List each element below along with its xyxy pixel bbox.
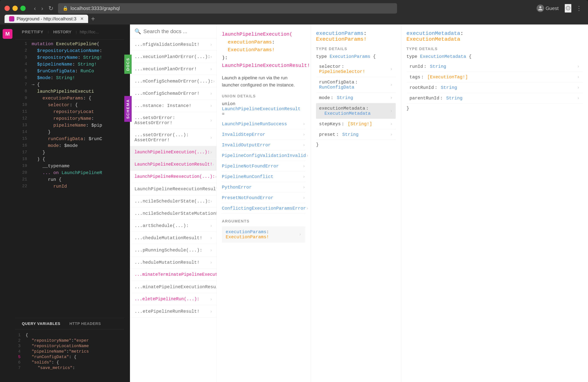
docs-sidetab[interactable]: DOCS (124, 55, 132, 74)
query-panel: PRETTIFY | HISTORY | http://loc... 1 mut… (15, 24, 124, 382)
type-field[interactable]: runConfigData: RunConfigData › (316, 77, 396, 93)
mutation-item[interactable]: ...eletePipelineRun(...): › (130, 293, 216, 305)
union-member[interactable]: LaunchPipelineRunSuccess › (222, 119, 305, 129)
launch-pipeline-result-item[interactable]: LaunchPipelineExecutionResult! › (130, 158, 216, 171)
arguments-header: ARGUMENTS (222, 219, 305, 223)
type-field[interactable]: preset: String › (316, 129, 396, 140)
type-details-header-col3: TYPE DETAILS (316, 47, 396, 51)
new-tab-button[interactable]: + (91, 15, 95, 23)
union-member[interactable]: PipelineNotFoundError › (222, 161, 305, 171)
mutation-item[interactable]: ...pRunningSchedule(...): › (130, 244, 216, 256)
http-headers-tab[interactable]: HTTP HEADERS (66, 320, 104, 327)
type-def-col4: type ExecutionMetadata { (406, 54, 583, 59)
search-icon: 🔍 (134, 28, 141, 35)
menu-button[interactable]: ⋮ (574, 4, 584, 13)
mutation-item[interactable]: ...etePipelineRunResult! › (130, 305, 216, 318)
code-line: 18 ) { (15, 156, 124, 163)
mutation-item[interactable]: ...cheduleMutationResult! › (130, 232, 216, 244)
maximize-button[interactable] (20, 6, 26, 11)
reload-button[interactable]: ↻ (47, 4, 55, 13)
code-line: 15 runConfigData: $runC (15, 136, 124, 143)
union-member[interactable]: InvalidOutputError › (222, 140, 305, 150)
minimize-button[interactable] (12, 6, 18, 11)
forward-button[interactable]: › (40, 4, 45, 13)
mutation-item[interactable]: ...nConfigSchemaOrError(...): › (130, 75, 216, 87)
code-line: 16 mode: $mode (15, 143, 124, 149)
union-member[interactable]: PresetNotFoundError › (222, 193, 305, 203)
sig-type: ExecutionParams! (228, 47, 275, 53)
tab-close-icon[interactable]: ✕ (80, 16, 84, 21)
code-line: 6 $mode: String! (15, 75, 124, 82)
col3-header: executionParams: ExecutionParams! (316, 30, 396, 42)
type-details-header-col4: TYPE DETAILS (406, 47, 583, 51)
url-display: http://loc... (78, 28, 100, 36)
mutation-item[interactable]: ...artSchedule(...): › (130, 220, 216, 232)
type-field[interactable]: parentRunId: String › (406, 93, 583, 104)
avatar (537, 4, 544, 12)
bottom-content: 1{ 2"repositoryName": "exper 3"repositor… (15, 329, 124, 374)
history-button[interactable]: HISTORY (50, 28, 75, 36)
schema-sidetab[interactable]: SCHEMA (124, 96, 132, 122)
code-line: 9 executionParams: { (15, 95, 124, 102)
type-field[interactable]: tags: [ExecutionTag!] › (406, 72, 583, 83)
mutation-item[interactable]: ...ssetOrError(...): AssetOrError! › (130, 129, 216, 146)
docs-search-column: 🔍 ...nfigValidationResult! › ...xecution… (130, 24, 217, 382)
search-input[interactable] (143, 28, 212, 35)
bottom-panel: QUERY VARIABLES HTTP HEADERS 1{ 2"reposi… (15, 318, 124, 382)
mutation-item[interactable]: ...minateTerminatePipelineExecution(...)… (130, 269, 216, 281)
prettify-button[interactable]: PRETTIFY (19, 28, 46, 36)
mutation-item[interactable]: ...heduleMutationResult! › (130, 256, 216, 269)
address-bar[interactable]: 🔒 localhost:3333/graphql (58, 3, 397, 14)
mutation-item[interactable]: ...ncileSchedulerStateMutationResult! › (130, 207, 216, 220)
launch-pipeline-execution-item[interactable]: launchPipelineExecution(...): › (130, 146, 216, 158)
mutation-item[interactable]: ...setsOrError: AssetsOrError! › (130, 112, 216, 129)
union-member[interactable]: PythonError › (222, 182, 305, 193)
tabs-bar: Playground - http://localhost:3 ✕ + (0, 13, 588, 24)
sig-param: executionParams (228, 39, 272, 45)
code-line: 17 } (15, 149, 124, 156)
code-editor[interactable]: 1 mutation ExecutePipeline( 2 $repositor… (15, 40, 124, 318)
mutation-item[interactable]: LaunchPipelineReexecutionResult! › (130, 183, 216, 195)
code-line: 13 pipelineName: $pip (15, 123, 124, 129)
bottom-tabs: QUERY VARIABLES HTTP HEADERS (15, 318, 124, 329)
code-line: 4 $pipelineName: String! (15, 62, 124, 68)
mutation-item[interactable]: ...minatePipelineExecutionResult! › (130, 281, 216, 293)
union-member[interactable]: ConflictingExecutionParamsError › (222, 203, 305, 214)
user-label: Guest (546, 5, 559, 11)
back-button[interactable]: ‹ (32, 4, 38, 13)
mutation-item[interactable]: ...nstance: Instance! › (130, 100, 216, 112)
type-field[interactable]: rootRunId: String › (406, 83, 583, 93)
mutation-item[interactable]: ...xecutionPlanOrError! › (130, 63, 216, 75)
query-variables-tab[interactable]: QUERY VARIABLES (19, 320, 63, 327)
sig-result: LaunchPipelineExecutionResult! (222, 63, 310, 68)
left-sidebar: M (0, 24, 15, 382)
settings-button[interactable]: ⚙ (565, 4, 571, 13)
mutation-item[interactable]: ...ncileSchedulerState(...): › (130, 195, 216, 207)
type-close: } (316, 140, 396, 149)
type-field[interactable]: stepKeys: [String!] › (316, 119, 396, 129)
user-menu[interactable]: Guest (537, 4, 559, 12)
query-toolbar: PRETTIFY | HISTORY | http://loc... (15, 24, 124, 40)
type-field[interactable]: selector: PipelineSelector! › (316, 62, 396, 77)
docs-mutation-detail: launchPipelineExecution( executionParams… (217, 24, 311, 382)
code-line: 1 mutation ExecutePipeline( (15, 41, 124, 48)
mutation-tab[interactable]: M (3, 29, 12, 39)
union-def: union LaunchPipelineExecutionResult = (222, 101, 305, 117)
type-field[interactable]: mode: String › (316, 93, 396, 103)
mutation-item[interactable]: ...nfigValidationResult! › (130, 39, 216, 51)
mutation-item[interactable]: ...xecutionPlanOrError(...): › (130, 51, 216, 63)
mutation-item[interactable]: launchPipelineReexecution(...): › (130, 171, 216, 183)
union-member[interactable]: PipelineRunConflict › (222, 171, 305, 182)
type-field[interactable]: runId: String › (406, 62, 583, 72)
arg-item[interactable]: executionParams: ExecutionParams! › (222, 226, 305, 243)
url-text: localhost:3333/graphql (70, 5, 120, 11)
tab-title: Playground - http://localhost:3 (17, 16, 77, 21)
traffic-lights (4, 6, 26, 11)
type-field-highlighted[interactable]: executionMetadata: ExecutionMetadata › (316, 103, 396, 119)
union-member[interactable]: InvalidStepError › (222, 129, 305, 140)
close-button[interactable] (4, 6, 10, 11)
mutation-item[interactable]: ...nConfigSchemaOrError! › (130, 87, 216, 100)
active-tab[interactable]: Playground - http://localhost:3 ✕ (4, 15, 88, 23)
union-member[interactable]: PipelineConfigValidationInvalid › (222, 150, 305, 161)
browser-nav: ‹ › ↻ (32, 4, 55, 13)
